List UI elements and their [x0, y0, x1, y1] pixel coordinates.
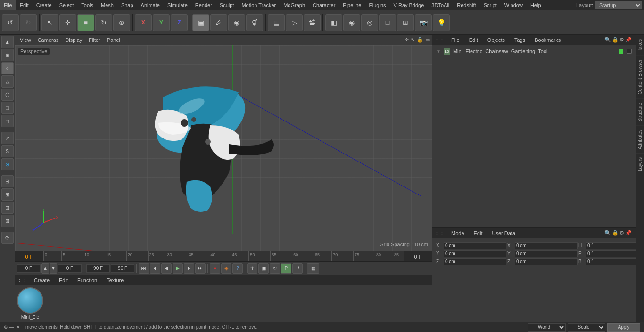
rot-x-input[interactable] [515, 242, 578, 249]
tab-attributes[interactable]: Attributes [636, 125, 644, 153]
key-btn[interactable]: ▣ [258, 263, 269, 274]
obj-nurbs-btn[interactable]: ◉ [228, 14, 245, 31]
current-frame-input[interactable] [17, 264, 41, 273]
scale-dropdown[interactable]: Scale [568, 323, 605, 332]
layout-dropdown[interactable]: Startup [595, 1, 642, 9]
max-frame-input[interactable] [111, 264, 134, 273]
view-light-btn[interactable]: 💡 [433, 14, 450, 31]
menu-snap[interactable]: Snap [117, 0, 137, 10]
menu-script[interactable]: Script [480, 0, 501, 10]
prev-frame-arrow[interactable]: ▲ [41, 263, 49, 274]
tab-structure[interactable]: Structure [636, 98, 644, 126]
mat-function[interactable]: Function [74, 275, 100, 285]
vp-menu-panel[interactable]: Panel [104, 35, 123, 45]
menu-mograph[interactable]: MoGraph [280, 0, 309, 10]
go-start-btn[interactable]: ⏮ [139, 263, 149, 274]
axis-y-btn[interactable]: Y [153, 14, 170, 31]
sb-mode3[interactable]: △ [1, 75, 14, 88]
undo-btn[interactable]: ↺ [2, 14, 19, 31]
menu-window[interactable]: Window [501, 0, 527, 10]
menu-simulate[interactable]: Simulate [164, 0, 191, 10]
anim-btn[interactable]: ↻ [270, 263, 280, 274]
world-dropdown[interactable]: World Object Screen [528, 323, 566, 332]
vp-icon-lock[interactable]: 🔒 [417, 37, 423, 43]
menu-render[interactable]: Render [191, 0, 216, 10]
preview-btn[interactable]: P [281, 263, 291, 274]
rot-y-input[interactable] [515, 250, 578, 257]
record-btn[interactable]: ● [210, 263, 220, 274]
move-btn[interactable]: ✛ [59, 14, 76, 31]
status-icon-close[interactable]: ✕ [16, 324, 20, 330]
sb-mode0[interactable]: ▲ [1, 36, 14, 48]
menu-pipeline[interactable]: Pipeline [339, 0, 365, 10]
menu-vray[interactable]: V-Ray Bridge [390, 0, 428, 10]
obj-bookmarks[interactable]: Bookmarks [532, 35, 563, 45]
view-flat-btn[interactable]: □ [379, 14, 396, 31]
obj-cube-btn[interactable]: ▣ [192, 14, 209, 31]
mat-create[interactable]: Create [31, 275, 52, 285]
view-camera-btn[interactable]: 📷 [415, 14, 432, 31]
menu-help[interactable]: Help [527, 0, 545, 10]
attr-settings-icon[interactable]: ⚙ [619, 230, 624, 236]
playback-settings-btn[interactable]: ▦ [307, 263, 319, 274]
attr-edit[interactable]: Edit [471, 228, 486, 238]
menu-motion-tracker[interactable]: Motion Tracker [238, 0, 280, 10]
sb-mode6[interactable]: ◻ [1, 115, 14, 127]
obj-sym-btn[interactable]: ⚥ [246, 14, 263, 31]
start-frame-input[interactable] [58, 264, 82, 273]
next-frame-arrow[interactable]: ▼ [50, 263, 57, 274]
menu-edit[interactable]: Edit [16, 0, 33, 10]
timeline-ruler[interactable]: 0 5 10 15 20 25 30 35 40 45 50 55 60 65 … [43, 251, 404, 262]
obj-edit[interactable]: Edit [466, 35, 481, 45]
rot-z-input[interactable] [515, 258, 578, 265]
render-to-po-btn[interactable]: 📽 [304, 14, 321, 31]
obj-tags[interactable]: Tags [512, 35, 528, 45]
status-icon-minimize[interactable]: — [9, 324, 14, 330]
sb-mode9[interactable]: ⊙ [1, 158, 14, 170]
obj-file[interactable]: File [448, 35, 462, 45]
menu-character[interactable]: Character [309, 0, 339, 10]
menu-plugins[interactable]: Plugins [365, 0, 389, 10]
scale-btn[interactable]: ■ [77, 14, 94, 31]
obj-pin-icon[interactable]: 📌 [625, 37, 632, 43]
vp-menu-filter[interactable]: Filter [86, 35, 103, 45]
obj-objects[interactable]: Objects [485, 35, 508, 45]
menu-select[interactable]: Select [56, 0, 78, 10]
menu-create[interactable]: Create [33, 0, 56, 10]
obj-lock-icon[interactable]: 🔒 [612, 37, 619, 43]
view-nurbs2-btn[interactable]: ◎ [361, 14, 378, 31]
end-frame-input[interactable] [86, 264, 110, 273]
viewport-3d[interactable]: Perspective Grid Spacing : 10 cm [15, 45, 432, 251]
render-region-btn[interactable]: ▦ [268, 14, 285, 31]
record-all-btn[interactable]: ◉ [221, 263, 231, 274]
mat-edit[interactable]: Edit [56, 275, 71, 285]
go-end-btn[interactable]: ⏭ [195, 263, 206, 274]
obj-search-icon[interactable]: 🔍 [604, 37, 611, 43]
sb-mode13[interactable]: ⊠ [1, 215, 14, 227]
axis-x-btn[interactable]: X [135, 14, 152, 31]
menu-file[interactable]: File [0, 0, 16, 10]
menu-tools[interactable]: Tools [77, 0, 97, 10]
apply-button[interactable]: Apply [607, 323, 640, 332]
sb-mode14[interactable]: ⟳ [1, 232, 14, 244]
menu-animate[interactable]: Animate [137, 0, 164, 10]
menu-3dtoall[interactable]: 3DToAll [428, 0, 453, 10]
play-back-btn[interactable]: ◀ [161, 263, 172, 274]
sb-mode1[interactable]: ⊕ [1, 49, 14, 61]
vp-icon-cross[interactable]: ✛ [405, 37, 409, 43]
select-btn[interactable]: ↖ [41, 14, 58, 31]
obj-spline-btn[interactable]: 🖊 [210, 14, 227, 31]
menu-redshift[interactable]: Redshift [453, 0, 479, 10]
attr-userdata[interactable]: User Data [489, 228, 519, 238]
step-forward-btn[interactable]: ⏵ [184, 263, 194, 274]
attr-mode[interactable]: Mode [448, 228, 467, 238]
sb-mode11[interactable]: ⊞ [1, 188, 14, 201]
pos-y-input[interactable] [444, 250, 506, 257]
attr-pin-icon[interactable]: 📌 [625, 230, 632, 236]
tab-takes[interactable]: Takes [636, 35, 644, 55]
object-row-chainsaw[interactable]: ▼ L0 Mini_Electric_Chainsaw_Gardening_To… [434, 47, 634, 56]
menu-mesh[interactable]: Mesh [97, 0, 117, 10]
sb-mode2[interactable]: ○ [1, 62, 14, 74]
redo-btn[interactable]: ↻ [20, 14, 37, 31]
sb-mode12[interactable]: ⊡ [1, 202, 14, 214]
